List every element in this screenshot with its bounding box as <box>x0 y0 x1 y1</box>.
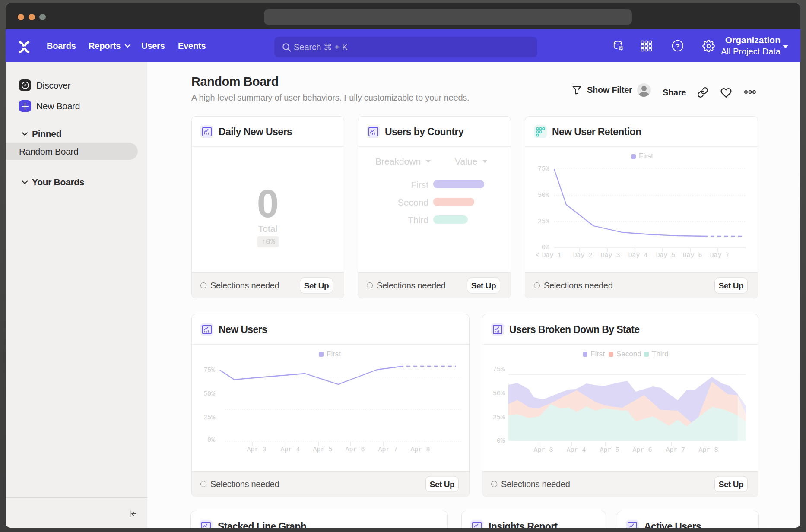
svg-text:?: ? <box>676 42 679 50</box>
